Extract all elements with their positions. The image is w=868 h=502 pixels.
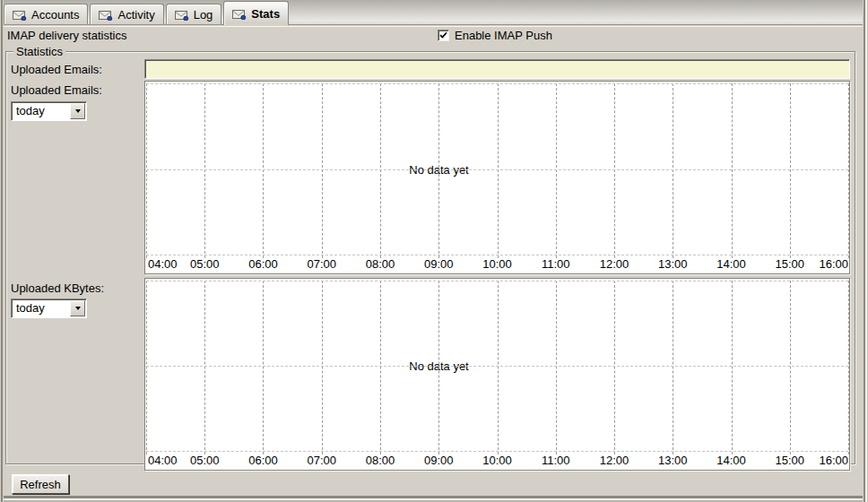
x-axis-label: 06:00 <box>248 454 278 467</box>
uploaded-kbytes-chart-label: Uploaded KBytes: <box>11 281 104 295</box>
enable-imap-push-label: Enable IMAP Push <box>455 29 552 42</box>
x-axis-label: 15:00 <box>775 454 804 467</box>
x-axis-label: 04:00 <box>148 257 178 271</box>
combo-selected-value: today <box>12 102 69 120</box>
x-axis-label: 11:00 <box>542 257 570 271</box>
uploaded-emails-field-label: Uploaded Emails: <box>11 63 102 76</box>
grid-vline <box>380 281 381 454</box>
grid-vline <box>322 281 323 454</box>
x-axis-label: 13:00 <box>658 454 688 467</box>
enable-imap-push-checkmark <box>439 29 447 42</box>
grid-vline <box>146 281 147 454</box>
x-axis-label: 15:00 <box>775 257 804 271</box>
grid-vline <box>204 281 205 454</box>
chart-plot-area: No data yet <box>146 281 848 451</box>
x-axis-label: 04:00 <box>148 454 178 467</box>
grid-vline <box>438 83 439 258</box>
uploaded-emails-chart: No data yet 04:0005:0006:0007:0008:0009:… <box>144 81 850 274</box>
tabstrip-highlight-line <box>0 26 868 27</box>
x-axis-label: 14:00 <box>716 454 746 467</box>
grid-hline <box>146 169 848 170</box>
grid-vline <box>673 83 673 258</box>
x-axis-label: 12:00 <box>600 257 629 271</box>
refresh-button[interactable]: Refresh <box>12 474 69 494</box>
dropdown-button[interactable] <box>70 103 85 119</box>
x-axis-label: 09:00 <box>424 257 454 271</box>
x-axis-label: 05:00 <box>190 454 220 467</box>
mail-envelope-icon <box>13 10 27 21</box>
grid-hline <box>146 281 848 281</box>
tab-label: Stats <box>251 7 280 21</box>
x-axis-label: 14:00 <box>716 257 746 271</box>
dropdown-button[interactable] <box>70 300 85 316</box>
chart-plot-area: No data yet <box>146 83 848 255</box>
app-window: Accounts Activity Log Stats IMAP deliver… <box>0 0 868 502</box>
grid-vline <box>322 83 323 258</box>
uploaded-emails-chart-label: Uploaded Emails: <box>11 83 102 97</box>
uploaded-emails-field[interactable] <box>144 59 850 79</box>
mail-envelope-icon <box>99 10 113 21</box>
grid-hline <box>146 255 848 255</box>
x-axis-label: 12:00 <box>600 454 629 467</box>
grid-vline <box>498 281 499 454</box>
x-axis-label: 08:00 <box>366 454 395 467</box>
x-axis-label: 09:00 <box>424 454 454 467</box>
grid-vline <box>732 83 733 258</box>
grid-hline <box>146 83 848 84</box>
uploaded-kbytes-chart: No data yet 04:0005:0006:0007:0008:0009:… <box>144 278 850 471</box>
tab-bar: Accounts Activity Log Stats <box>0 0 868 25</box>
grid-hline <box>146 451 848 452</box>
grid-vline <box>204 83 205 258</box>
window-border-left <box>0 0 4 502</box>
grid-vline <box>673 281 673 454</box>
window-border-bottom <box>0 495 868 502</box>
tab-label: Log <box>194 8 213 22</box>
grid-vline <box>556 281 557 454</box>
grid-vline <box>263 83 264 258</box>
x-axis-label: 11:00 <box>542 454 570 467</box>
tab-label: Activity <box>117 8 154 22</box>
x-axis-labels: 04:0005:0006:0007:0008:0009:0010:0011:00… <box>146 256 848 271</box>
tab-label: Accounts <box>31 8 79 22</box>
tab-stats[interactable]: Stats <box>223 1 289 25</box>
x-axis-label: 10:00 <box>482 257 512 271</box>
page-title: IMAP delivery statistics <box>7 29 126 42</box>
mail-envelope-icon <box>175 10 189 21</box>
grid-vline <box>263 281 264 454</box>
grid-vline <box>848 83 849 258</box>
chevron-down-icon <box>75 109 81 113</box>
grid-vline <box>146 83 147 258</box>
window-border-right <box>863 0 868 502</box>
tab-log[interactable]: Log <box>166 4 222 24</box>
refresh-button-label: Refresh <box>20 478 61 491</box>
grid-vline <box>438 281 439 454</box>
grid-vline <box>848 281 849 454</box>
mail-envelope-icon <box>232 9 247 20</box>
enable-imap-push-row: Enable IMAP Push <box>438 29 552 42</box>
tab-accounts[interactable]: Accounts <box>4 4 88 24</box>
x-axis-label: 07:00 <box>307 454 336 467</box>
grid-vline <box>790 281 791 454</box>
chevron-down-icon <box>75 307 81 310</box>
tab-activity[interactable]: Activity <box>90 4 163 24</box>
x-axis-label: 16:00 <box>819 454 848 467</box>
uploaded-kbytes-range-select[interactable]: today <box>11 299 87 318</box>
x-axis-label: 13:00 <box>658 257 688 271</box>
grid-vline <box>790 83 791 258</box>
x-axis-labels: 04:0005:0006:0007:0008:0009:0010:0011:00… <box>146 453 848 467</box>
x-axis-label: 07:00 <box>307 257 336 271</box>
x-axis-label: 16:00 <box>819 257 848 271</box>
grid-vline <box>556 83 557 258</box>
grid-vline <box>614 281 615 454</box>
grid-vline <box>614 83 615 258</box>
grid-hline <box>146 366 848 367</box>
combo-selected-value: today <box>12 299 69 317</box>
x-axis-label: 05:00 <box>190 257 220 271</box>
enable-imap-push-checkbox[interactable] <box>438 30 449 41</box>
x-axis-label: 08:00 <box>366 257 395 271</box>
x-axis-label: 06:00 <box>248 257 278 271</box>
x-axis-label: 10:00 <box>482 454 512 467</box>
grid-vline <box>380 83 381 258</box>
groupbox-title: Statistics <box>13 45 65 58</box>
uploaded-emails-range-select[interactable]: today <box>11 101 87 121</box>
